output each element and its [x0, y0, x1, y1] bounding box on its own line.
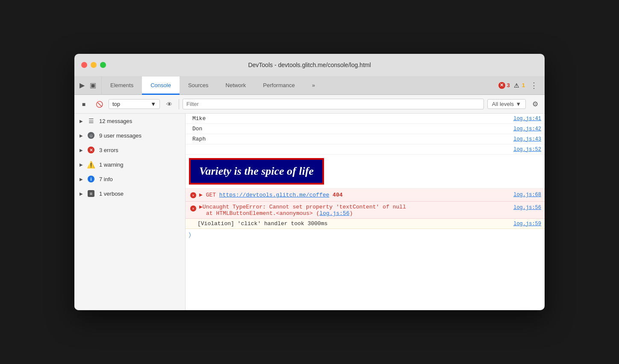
- error-file-link[interactable]: log.js:56: [319, 210, 349, 217]
- get-error-content: ▶ GET https://devtools.glitch.me/coffee …: [199, 191, 513, 198]
- warn-content: [Violation] 'click' handler took 3000ms: [197, 220, 513, 227]
- expand-arrow-verbose: ▶: [80, 191, 83, 196]
- expand-arrow-warnings: ▶: [80, 162, 83, 167]
- expand-arrow-user: ▶: [80, 133, 83, 138]
- traffic-lights: [81, 62, 106, 68]
- tab-elements[interactable]: Elements: [102, 76, 142, 95]
- info-icon: i: [87, 175, 95, 183]
- context-dropdown-arrow: ▼: [150, 101, 156, 107]
- error-content: ▶Uncaught TypeError: Cannot set property…: [199, 203, 513, 217]
- filter-input[interactable]: [183, 99, 484, 109]
- main-area: ▶ ☰ 12 messages ▶ ☺ 9 user messages ▶ ✕ …: [74, 114, 545, 310]
- warning-count: 1: [522, 82, 525, 88]
- tab-performance[interactable]: Performance: [254, 76, 303, 95]
- console-file-don[interactable]: log.js:42: [513, 126, 541, 132]
- error-badge: ✕ 3: [498, 82, 510, 89]
- console-row-violation: [Violation] 'click' handler took 3000ms …: [186, 219, 545, 229]
- sidebar-label-verbose: 1 verbose: [99, 191, 124, 197]
- console-row-variety: Variety is the spice of life: [186, 155, 545, 188]
- context-selector[interactable]: top ▼: [109, 99, 160, 109]
- error-line-2: ​at HTMLButtonElement.<anonymous> (log.j…: [199, 210, 513, 217]
- console-text-don: Don: [192, 126, 513, 132]
- user-icon: ☺: [87, 132, 95, 139]
- levels-arrow: ▼: [516, 101, 521, 107]
- console-output: Mike log.js:41 Don log.js:42 Raph log.js…: [186, 114, 545, 310]
- console-file-56[interactable]: log.js:56: [513, 205, 541, 211]
- more-options-button[interactable]: ⋮: [528, 81, 539, 90]
- sidebar-label-user-messages: 9 user messages: [99, 132, 141, 139]
- inspect-icon[interactable]: ▣: [90, 81, 96, 89]
- console-file-mike[interactable]: log.js:41: [513, 116, 541, 122]
- warning-badge: ⚠ 1: [513, 82, 525, 89]
- divider: [179, 99, 179, 109]
- console-row-don: Don log.js:42: [186, 124, 545, 134]
- console-file-59[interactable]: log.js:59: [513, 221, 541, 227]
- tabbar: ▶ ▣ Elements Console Sources Network Per…: [74, 76, 545, 95]
- eye-icon-button[interactable]: 👁: [163, 98, 175, 110]
- get-status: 404: [333, 192, 342, 198]
- sidebar-item-warnings[interactable]: ▶ ⚠️ 1 warning: [74, 157, 185, 172]
- console-row-raph: Raph log.js:43: [186, 134, 545, 144]
- console-file-get[interactable]: log.js:68: [513, 192, 541, 198]
- select-element-icon[interactable]: ▶: [80, 81, 85, 89]
- sidebar-item-verbose[interactable]: ▶ ≡ 1 verbose: [74, 186, 185, 201]
- sidebar-label-errors: 3 errors: [99, 147, 118, 153]
- error-row-icon-2: ✕: [189, 204, 197, 213]
- error-line-1: ▶Uncaught TypeError: Cannot set property…: [199, 203, 513, 210]
- tab-console[interactable]: Console: [142, 76, 180, 95]
- console-toolbar: ■ 🚫 top ▼ 👁 All levels ▼ ⚙: [74, 95, 545, 114]
- expand-arrow-info: ▶: [80, 177, 83, 182]
- tab-sources[interactable]: Sources: [180, 76, 217, 95]
- close-button[interactable]: [81, 62, 87, 68]
- sidebar-label-warnings: 1 warning: [99, 161, 123, 168]
- list-icon: ☰: [87, 117, 95, 125]
- sidebar-item-user-messages[interactable]: ▶ ☺ 9 user messages: [74, 128, 185, 143]
- window-title: DevTools - devtools.glitch.me/console/lo…: [248, 62, 371, 68]
- sidebar-item-info[interactable]: ▶ i 7 info: [74, 172, 185, 186]
- block-icon-button[interactable]: 🚫: [93, 98, 105, 110]
- error-icon: ✕: [87, 146, 95, 154]
- sidebar-item-errors[interactable]: ▶ ✕ 3 errors: [74, 143, 185, 157]
- settings-icon-button[interactable]: ⚙: [529, 98, 541, 110]
- levels-dropdown[interactable]: All levels ▼: [487, 99, 526, 109]
- minimize-button[interactable]: [91, 62, 97, 68]
- console-row-mike: Mike log.js:41: [186, 114, 545, 124]
- console-text-mike: Mike: [192, 115, 513, 122]
- console-row-get-error: ✕ ▶ GET https://devtools.glitch.me/coffe…: [186, 188, 545, 202]
- expand-arrow-errors: ▶: [80, 148, 83, 153]
- verbose-icon: ≡: [87, 190, 95, 197]
- console-prompt-row[interactable]: 〉: [186, 229, 545, 241]
- console-text-raph: Raph: [192, 136, 513, 142]
- prompt-chevron-icon: 〉: [189, 232, 191, 238]
- sidebar-label-info: 7 info: [99, 176, 113, 182]
- variety-box: Variety is the spice of life: [189, 158, 324, 185]
- titlebar: DevTools - devtools.glitch.me/console/lo…: [74, 54, 545, 76]
- devtools-window: DevTools - devtools.glitch.me/console/lo…: [74, 54, 545, 310]
- console-row-typeerror: ✕ ▶Uncaught TypeError: Cannot set proper…: [186, 202, 545, 219]
- variety-text: Variety is the spice of life: [199, 165, 314, 177]
- devtools-nav-icons: ▶ ▣: [74, 76, 102, 94]
- tab-more[interactable]: »: [304, 76, 324, 95]
- error-badge-icon: ✕: [498, 82, 505, 89]
- sidebar: ▶ ☰ 12 messages ▶ ☺ 9 user messages ▶ ✕ …: [74, 114, 186, 310]
- sidebar-item-all-messages[interactable]: ▶ ☰ 12 messages: [74, 114, 185, 128]
- maximize-button[interactable]: [100, 62, 106, 68]
- get-error-link[interactable]: https://devtools.glitch.me/coffee: [219, 192, 329, 198]
- expand-arrow: ▶: [80, 119, 83, 123]
- console-row-empty: log.js:52: [186, 144, 545, 155]
- error-count: 3: [507, 82, 510, 88]
- console-file-raph[interactable]: log.js:43: [513, 136, 541, 142]
- console-file-52[interactable]: log.js:52: [513, 147, 541, 153]
- warning-icon: ⚠️: [87, 161, 95, 168]
- error-row-icon: ✕: [189, 191, 197, 200]
- tab-network[interactable]: Network: [217, 76, 255, 95]
- warning-badge-icon: ⚠: [513, 82, 520, 89]
- clear-messages-button[interactable]: ■: [78, 98, 90, 110]
- sidebar-label-all-messages: 12 messages: [99, 118, 132, 124]
- tabbar-right: ✕ 3 ⚠ 1 ⋮: [493, 76, 545, 94]
